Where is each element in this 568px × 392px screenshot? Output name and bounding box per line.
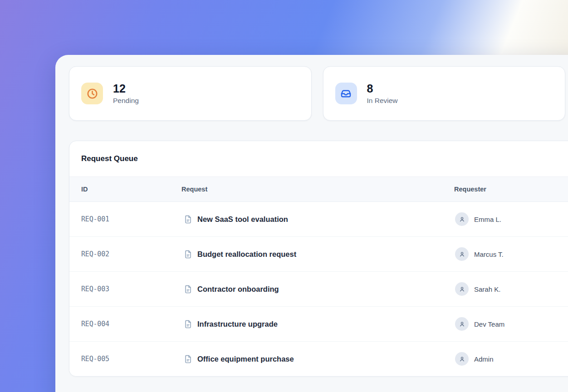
clock-icon: [81, 83, 103, 104]
request-id: REQ-004: [69, 320, 181, 328]
table-row[interactable]: REQ-005 Office equipment purchase Admin: [69, 342, 568, 376]
stat-label-in-review: In Review: [367, 97, 398, 105]
document-icon: [184, 320, 192, 328]
table-body: REQ-001 New SaaS tool evaluation Emma L.: [69, 202, 568, 376]
stat-value-in-review: 8: [367, 82, 398, 95]
request-title: Office equipment purchase: [197, 355, 294, 363]
content-panel: 12 Pending 8 In Review Request Queue ID …: [55, 55, 568, 392]
request-id: REQ-003: [69, 285, 181, 293]
requester-cell: Dev Team: [454, 317, 568, 331]
document-icon: [184, 250, 192, 259]
table-row[interactable]: REQ-004 Infrastructure upgrade Dev Team: [69, 307, 568, 342]
column-header-id: ID: [69, 186, 181, 193]
request-title: New SaaS tool evaluation: [197, 215, 288, 224]
stat-label-pending: Pending: [113, 97, 139, 105]
request-title: Infrastructure upgrade: [197, 320, 278, 328]
document-icon: [184, 215, 192, 224]
requester-name: Marcus T.: [474, 250, 504, 258]
request-title: Budget reallocation request: [197, 250, 296, 259]
inbox-icon: [335, 83, 357, 104]
stat-card-pending: 12 Pending: [69, 66, 312, 121]
stat-text: 12 Pending: [113, 82, 139, 105]
request-cell: Office equipment purchase: [181, 355, 454, 363]
table-row[interactable]: REQ-003 Contractor onboarding Sarah K.: [69, 272, 568, 307]
request-title: Contractor onboarding: [197, 285, 279, 294]
document-icon: [184, 355, 192, 363]
request-id: REQ-002: [69, 250, 181, 258]
requester-cell: Admin: [454, 352, 568, 366]
request-queue-card: Request Queue ID Request Requester REQ-0…: [69, 141, 568, 377]
requester-name: Emma L.: [474, 216, 501, 223]
avatar: [455, 317, 469, 331]
request-cell: Budget reallocation request: [181, 250, 454, 259]
column-header-requester: Requester: [454, 186, 568, 193]
avatar: [455, 247, 469, 261]
stat-card-in-review: 8 In Review: [323, 66, 566, 121]
table-row[interactable]: REQ-001 New SaaS tool evaluation Emma L.: [69, 202, 568, 237]
request-id: REQ-001: [69, 215, 181, 223]
requester-name: Sarah K.: [474, 285, 500, 293]
requester-cell: Sarah K.: [454, 282, 568, 296]
table-row[interactable]: REQ-002 Budget reallocation request Marc…: [69, 237, 568, 272]
requester-name: Admin: [474, 355, 494, 363]
request-cell: Contractor onboarding: [181, 285, 454, 294]
requester-name: Dev Team: [474, 320, 504, 328]
request-id: REQ-005: [69, 355, 181, 363]
avatar: [455, 212, 469, 226]
stats-row: 12 Pending 8 In Review: [69, 66, 565, 121]
column-header-request: Request: [181, 186, 454, 193]
requester-cell: Emma L.: [454, 212, 568, 226]
avatar: [455, 352, 469, 366]
requester-cell: Marcus T.: [454, 247, 568, 261]
request-queue-title: Request Queue: [69, 141, 568, 177]
stat-text: 8 In Review: [367, 82, 398, 105]
avatar: [455, 282, 469, 296]
stat-value-pending: 12: [113, 82, 139, 95]
table-header-row: ID Request Requester: [69, 177, 568, 202]
document-icon: [184, 285, 192, 294]
request-cell: Infrastructure upgrade: [181, 320, 454, 328]
request-cell: New SaaS tool evaluation: [181, 215, 454, 224]
